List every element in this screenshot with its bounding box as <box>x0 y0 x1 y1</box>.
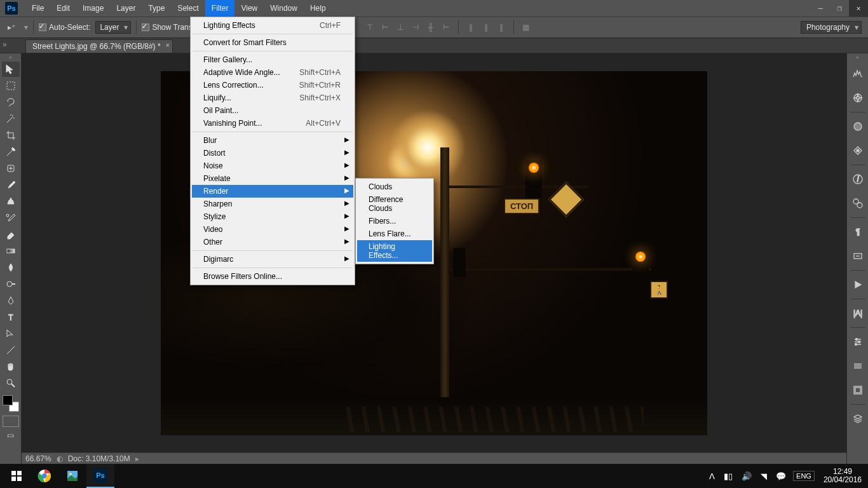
menu-item-stylize[interactable]: Stylize▶ <box>192 210 353 223</box>
actions-panel-icon[interactable] <box>849 276 867 294</box>
toggle-icon[interactable]: » <box>3 40 8 53</box>
menu-item-adaptive-wide-angle[interactable]: Adaptive Wide Angle...Shift+Ctrl+A <box>192 66 353 79</box>
menu-file[interactable]: File <box>25 0 50 17</box>
collapse-toggle-icon[interactable]: » <box>0 55 21 61</box>
taskbar-photoshop[interactable]: Ps <box>86 464 114 488</box>
tray-notifications-icon[interactable]: 💬 <box>771 471 790 481</box>
menu-item-pixelate[interactable]: Pixelate▶ <box>192 172 353 185</box>
eraser-tool[interactable] <box>2 227 20 242</box>
menu-item-video[interactable]: Video▶ <box>192 223 353 236</box>
document-tab[interactable]: Street Lights.jpg @ 66.7% (RGB/8#) * × <box>25 39 173 53</box>
magic-wand-tool[interactable] <box>2 111 20 126</box>
3d-mode-icon[interactable]: ▦ <box>519 20 533 34</box>
zoom-tool[interactable] <box>2 376 20 391</box>
restore-button[interactable]: ❐ <box>830 0 849 17</box>
distribute-icon[interactable]: ‖ <box>494 20 508 34</box>
adjustments-panel-icon[interactable] <box>849 142 867 159</box>
menu-item-liquify[interactable]: Liquify...Shift+Ctrl+X <box>192 92 353 104</box>
foreground-color[interactable] <box>3 395 13 405</box>
menu-image[interactable]: Image <box>76 0 110 17</box>
align-top-icon[interactable]: ⊤ <box>363 20 377 34</box>
tray-chevron-icon[interactable]: ᐱ <box>705 471 719 481</box>
move-tool[interactable] <box>2 62 20 77</box>
marquee-tool[interactable] <box>2 78 20 93</box>
menu-window[interactable]: Window <box>264 0 304 17</box>
history-panel-icon[interactable] <box>849 357 867 375</box>
menu-item-sharpen[interactable]: Sharpen▶ <box>192 198 353 210</box>
brush-tool[interactable] <box>2 177 20 193</box>
menu-item-browse-online[interactable]: Browse Filters Online... <box>192 270 353 283</box>
menu-item-render[interactable]: Render▶ <box>192 185 353 198</box>
menu-type[interactable]: Type <box>142 0 171 17</box>
eyedropper-tool[interactable] <box>2 144 20 159</box>
status-icon[interactable]: ◐ <box>57 454 63 463</box>
brushes-panel-icon[interactable] <box>849 333 867 351</box>
hand-tool[interactable] <box>2 359 20 374</box>
styles-panel-icon[interactable]: |A| <box>849 304 867 322</box>
healing-brush-tool[interactable] <box>2 161 20 176</box>
color-panel-icon[interactable] <box>849 118 867 135</box>
menu-item-lens-flare[interactable]: Lens Flare... <box>357 227 432 240</box>
distribute-icon[interactable]: ‖ <box>464 20 478 34</box>
close-button[interactable]: ✕ <box>849 0 868 17</box>
menu-item-filter-gallery[interactable]: Filter Gallery... <box>192 53 353 66</box>
menu-help[interactable]: Help <box>304 0 332 17</box>
status-menu-icon[interactable]: ▸ <box>135 454 139 463</box>
menu-item-oil-paint[interactable]: Oil Paint... <box>192 104 353 117</box>
tray-clock[interactable]: 12:49 20/04/2016 <box>817 468 868 484</box>
workspace-selector[interactable]: Photography <box>801 21 862 34</box>
quick-mask-toggle[interactable] <box>3 416 19 427</box>
menu-select[interactable]: Select <box>171 0 205 17</box>
menu-edit[interactable]: Edit <box>50 0 76 17</box>
tray-wifi-icon[interactable]: ◥ <box>756 471 771 481</box>
menu-item-last-filter[interactable]: Lighting EffectsCtrl+F <box>192 19 353 32</box>
crop-tool[interactable] <box>2 128 20 143</box>
clone-stamp-tool[interactable] <box>2 194 20 209</box>
tab-close-icon[interactable]: × <box>166 42 170 49</box>
history-brush-tool[interactable] <box>2 210 20 226</box>
color-swatches[interactable] <box>3 395 19 412</box>
start-button[interactable] <box>3 464 31 488</box>
taskbar-chrome[interactable] <box>31 464 58 488</box>
info-panel-icon[interactable]: i <box>849 170 867 188</box>
distribute-icon[interactable]: ‖ <box>479 20 493 34</box>
pen-tool[interactable] <box>2 293 20 308</box>
auto-select-target[interactable]: Layer <box>95 21 131 34</box>
layers-panel-icon[interactable] <box>849 410 867 428</box>
menu-item-clouds[interactable]: Clouds <box>357 180 432 193</box>
taskbar-photo-viewer[interactable] <box>58 464 86 488</box>
gradient-tool[interactable] <box>2 243 20 259</box>
type-tool[interactable]: T <box>2 309 20 325</box>
character-panel-icon[interactable] <box>849 247 867 265</box>
collapse-toggle-icon[interactable]: « <box>847 55 868 61</box>
minimize-button[interactable]: — <box>811 0 830 17</box>
menu-filter[interactable]: Filter <box>205 0 235 17</box>
align-vcenter-icon[interactable]: ⊢ <box>378 20 392 34</box>
channels-panel-icon[interactable] <box>849 381 867 399</box>
menu-item-fibers[interactable]: Fibers... <box>357 215 432 227</box>
menu-item-convert-smart[interactable]: Convert for Smart Filters <box>192 36 353 49</box>
menu-item-lighting-effects[interactable]: Lighting Effects... <box>357 240 432 262</box>
dodge-tool[interactable] <box>2 276 20 292</box>
path-selection-tool[interactable] <box>2 326 20 341</box>
menu-item-vanishing-point[interactable]: Vanishing Point...Alt+Ctrl+V <box>192 117 353 130</box>
blur-tool[interactable] <box>2 260 20 275</box>
properties-panel-icon[interactable] <box>849 194 867 212</box>
line-tool[interactable] <box>2 342 20 358</box>
align-hcenter-icon[interactable]: ╫ <box>424 20 438 34</box>
auto-select-checkbox[interactable]: Auto-Select: <box>39 23 90 32</box>
tray-language[interactable]: ENG <box>793 471 815 481</box>
menu-item-difference-clouds[interactable]: Difference Clouds <box>357 193 432 215</box>
tray-battery-icon[interactable]: ▮▯ <box>719 471 737 481</box>
menu-view[interactable]: View <box>234 0 264 17</box>
align-left-icon[interactable]: ⊣ <box>409 20 423 34</box>
menu-item-noise[interactable]: Noise▶ <box>192 159 353 172</box>
menu-item-digimarc[interactable]: Digimarc▶ <box>192 253 353 266</box>
navigator-panel-icon[interactable] <box>849 89 867 107</box>
menu-item-distort[interactable]: Distort▶ <box>192 147 353 159</box>
histogram-panel-icon[interactable] <box>849 65 867 83</box>
zoom-level[interactable]: 66.67% <box>25 454 51 463</box>
tool-preset-icon[interactable]: ▸⁺ <box>4 20 19 35</box>
screen-mode-icon[interactable]: ▭ <box>2 428 20 443</box>
tray-volume-icon[interactable]: 🔊 <box>737 471 756 481</box>
